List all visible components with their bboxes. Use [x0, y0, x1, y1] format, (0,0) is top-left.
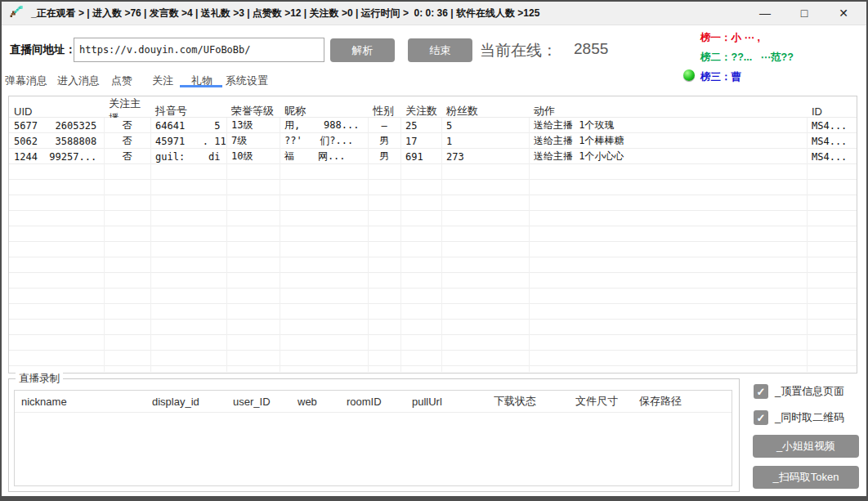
- column-divider: [226, 118, 227, 372]
- col-user-id[interactable]: user_ID: [226, 396, 291, 408]
- record-panel-legend: 直播录制: [16, 372, 63, 386]
- cell-action: 送给主播 1个小心心: [529, 150, 807, 163]
- col-gender[interactable]: 性别: [368, 104, 400, 119]
- record-table-header: nickname display_id user_ID web roomID p…: [15, 391, 732, 413]
- cell-follow: 否: [104, 119, 150, 132]
- leaderboard-rank1: 榜一：小 ⋯ ,: [700, 31, 760, 45]
- tab-enter[interactable]: 进入消息: [57, 74, 100, 88]
- gift-table-body: 5677 2605325 否 64641 5 13级 用, 988... – 2…: [9, 118, 857, 372]
- room-address-input[interactable]: [74, 38, 324, 62]
- cell-nickname: ??' 们?...: [280, 134, 368, 148]
- column-divider: [441, 118, 442, 372]
- column-divider: [529, 118, 530, 372]
- col-room-id[interactable]: roomID: [340, 396, 405, 408]
- cell-level: 13级: [226, 119, 280, 132]
- window-title: _正在观看 > | 进入数 >76 | 发言数 >4 | 送礼数 >3 | 点赞…: [31, 7, 539, 20]
- col-uid[interactable]: UID: [9, 105, 104, 118]
- cell-follows: 25: [400, 120, 441, 132]
- option-pin-info-label: _顶置信息页面: [775, 384, 844, 399]
- option-pin-info[interactable]: _顶置信息页面: [754, 384, 844, 399]
- title-bar: _正在观看 > | 进入数 >76 | 发言数 >4 | 送礼数 >3 | 点赞…: [2, 2, 866, 25]
- app-window: _正在观看 > | 进入数 >76 | 发言数 >4 | 送礼数 >3 | 点赞…: [0, 0, 868, 501]
- token-button[interactable]: _扫码取Token: [753, 466, 859, 489]
- cell-gender: 男: [368, 150, 400, 163]
- cell-fans: 1: [441, 136, 529, 147]
- cell-level: 7级: [226, 134, 280, 148]
- col-save-path[interactable]: 保存路径: [633, 394, 732, 409]
- sword-icon: [8, 5, 25, 21]
- table-row[interactable]: 5062 3588808 否 45971 . 11 7级 ??' 们?... 男…: [9, 133, 857, 149]
- col-display-id[interactable]: display_id: [145, 396, 226, 408]
- checkbox-checked-icon[interactable]: [754, 384, 768, 399]
- cell-level: 10级: [226, 150, 280, 163]
- table-row[interactable]: 5677 2605325 否 64641 5 13级 用, 988... – 2…: [9, 118, 857, 133]
- col-level[interactable]: 荣誉等级: [226, 104, 280, 119]
- checkbox-checked-icon[interactable]: [754, 410, 768, 425]
- window-controls: — □ ✕: [745, 2, 863, 25]
- cell-id: MS4...: [807, 120, 857, 132]
- tab-danmu[interactable]: 弹幕消息: [5, 74, 47, 88]
- leaderboard-rank3: 榜三：曹: [700, 70, 741, 84]
- col-file-size[interactable]: 文件尺寸: [569, 394, 633, 409]
- col-follows[interactable]: 关注数: [400, 104, 441, 119]
- col-douyin[interactable]: 抖音号: [150, 104, 226, 119]
- col-nickname[interactable]: nickname: [15, 396, 145, 408]
- rank3-name: 曹: [732, 71, 742, 83]
- cell-id: MS4...: [807, 136, 857, 147]
- table-row[interactable]: 1244 99257... 否 guil: di 10级 福 网... 男 69…: [9, 149, 857, 164]
- status-indicator-icon: [683, 69, 695, 81]
- rank2-name: ??... ⋯范??: [732, 51, 794, 63]
- cell-follows: 17: [400, 136, 441, 147]
- rank1-name: 小 ⋯ ,: [732, 32, 760, 43]
- column-divider: [400, 118, 401, 372]
- tab-like[interactable]: 点赞: [111, 74, 132, 88]
- column-divider: [104, 118, 105, 372]
- video-button[interactable]: _小姐姐视频: [753, 435, 859, 458]
- record-table: nickname display_id user_ID web roomID p…: [14, 390, 732, 486]
- close-icon[interactable]: ✕: [824, 2, 863, 25]
- col-nickname[interactable]: 昵称: [280, 104, 368, 119]
- tab-follow[interactable]: 关注: [152, 74, 173, 88]
- leaderboard-rank2: 榜二：??... ⋯范??: [700, 51, 794, 65]
- gift-table-header: UID 关注主播 抖音号 荣誉等级 昵称 性别 关注数 粉丝数 动作 ID: [9, 96, 857, 118]
- cell-action: 送给主播 1个玫瑰: [529, 119, 807, 132]
- cell-fans: 273: [441, 151, 529, 163]
- cell-follow: 否: [104, 150, 150, 163]
- cell-action: 送给主播 1个棒棒糖: [529, 134, 807, 148]
- col-id[interactable]: ID: [807, 105, 857, 118]
- col-web[interactable]: web: [291, 396, 340, 408]
- rank3-label: 榜三：: [700, 71, 732, 83]
- cell-id: MS4...: [807, 151, 857, 163]
- col-dl-status[interactable]: 下载状态: [487, 394, 569, 409]
- cell-follows: 691: [400, 151, 441, 163]
- column-divider: [368, 118, 369, 372]
- cell-uid: 5677 2605325: [9, 120, 104, 132]
- option-qrcode[interactable]: _同时取二维码: [754, 410, 844, 425]
- rank2-label: 榜二：: [700, 51, 732, 63]
- cell-follow: 否: [104, 134, 150, 148]
- cell-douyin: 64641 5: [150, 120, 226, 132]
- col-action[interactable]: 动作: [529, 104, 807, 119]
- cell-uid: 1244 99257...: [9, 151, 104, 163]
- online-count: 2855: [574, 40, 608, 61]
- option-qrcode-label: _同时取二维码: [775, 410, 844, 425]
- stop-button[interactable]: 结束: [408, 38, 472, 62]
- column-divider: [280, 118, 280, 372]
- cell-douyin: 45971 . 11: [150, 136, 226, 147]
- cell-nickname: 用, 988...: [280, 119, 368, 132]
- room-address-label: 直播间地址：: [10, 42, 76, 57]
- tab-settings[interactable]: 系统设置: [226, 74, 268, 88]
- gift-table: UID 关注主播 抖音号 荣誉等级 昵称 性别 关注数 粉丝数 动作 ID 56…: [8, 96, 857, 374]
- maximize-icon[interactable]: □: [785, 2, 824, 25]
- column-divider: [150, 118, 151, 372]
- column-divider: [807, 118, 808, 372]
- cell-fans: 5: [441, 120, 529, 132]
- parse-button[interactable]: 解析: [330, 38, 395, 62]
- cell-douyin: guil: di: [150, 151, 226, 163]
- minimize-icon[interactable]: —: [745, 2, 785, 25]
- active-tab-underline: [180, 85, 222, 87]
- cell-nickname: 福 网...: [280, 150, 368, 163]
- col-fans[interactable]: 粉丝数: [441, 104, 529, 119]
- col-pull-url[interactable]: pullUrl: [405, 396, 487, 408]
- online-label: 当前在线：: [480, 40, 557, 61]
